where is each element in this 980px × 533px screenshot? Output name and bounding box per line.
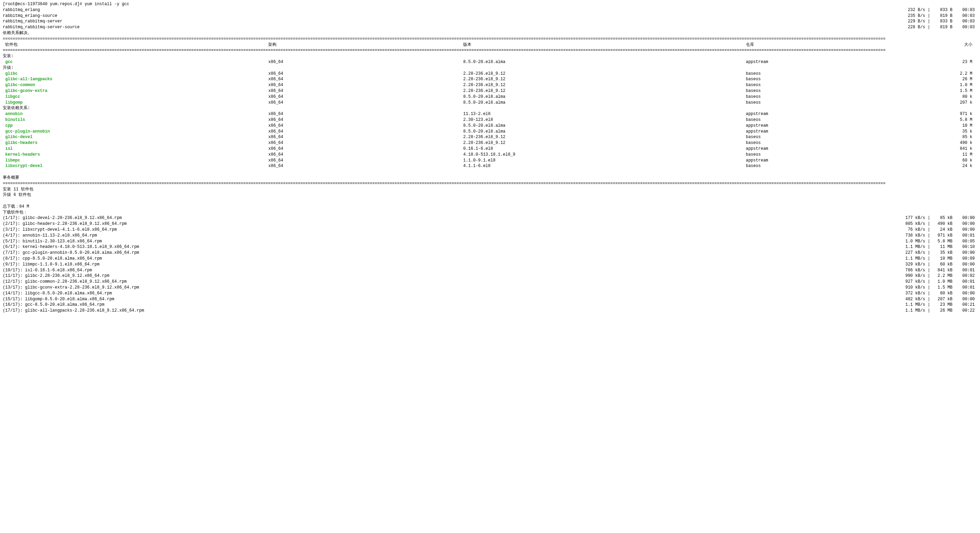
repo-refresh-row: rabbitmq_rabbitmq-server229 B/s|833 B00:…	[3, 19, 977, 24]
package-version: 4.1.1-6.el8	[463, 163, 746, 169]
package-repo: baseos	[746, 100, 892, 106]
package-repo: appstream	[746, 158, 892, 164]
download-size: 841 kB	[932, 267, 953, 274]
package-name: libgcc	[3, 94, 268, 100]
package-size: 10 M	[892, 123, 977, 129]
download-stats: 227 kB/s|35 kB00:00	[900, 250, 977, 256]
package-name: annobin	[3, 111, 268, 117]
package-name: binutils	[3, 117, 268, 123]
download-speed: 927 kB/s	[900, 279, 925, 285]
package-row: libgompx86_648.5.0-20.el8.almabaseos207 …	[3, 100, 977, 106]
download-speed: 76 kB/s	[900, 227, 925, 233]
download-size: 971 kB	[932, 233, 953, 239]
download-row: (14/17): libgcc-8.5.0-20.el8.alma.x86_64…	[3, 291, 977, 296]
download-file: (1/17): glibc-devel-2.28-236.el8_9.12.x8…	[3, 215, 900, 221]
package-size: 2.2 M	[892, 71, 977, 77]
package-size: 80 k	[892, 94, 977, 100]
download-file: (13/17): glibc-gconv-extra-2.28-236.el8_…	[3, 285, 900, 291]
download-size: 207 kB	[932, 296, 953, 302]
package-size: 1.0 M	[892, 82, 977, 88]
download-time: 00:00	[963, 221, 977, 227]
download-speed: 227 kB/s	[900, 250, 925, 256]
download-speed: 1.0 MB/s	[900, 239, 925, 245]
package-row: kernel-headersx86_644.18.0-513.18.1.el8_…	[3, 152, 977, 158]
package-arch: x86_64	[268, 94, 463, 100]
deps-resolved-label: 依赖关系解决。	[3, 30, 977, 36]
package-arch: x86_64	[268, 140, 463, 146]
download-row: (6/17): kernel-headers-4.18.0-513.18.1.e…	[3, 244, 977, 250]
download-row: (9/17): libmpc-1.1.0-9.1.el8.x86_64.rpm3…	[3, 262, 977, 267]
download-size: 5.8 MB	[932, 239, 953, 245]
summary-install: 安装 11 软件包	[3, 187, 977, 193]
download-file: (5/17): binutils-2.30-123.el8.x86_64.rpm	[3, 239, 900, 245]
download-size: 24 kB	[932, 227, 953, 233]
package-name: kernel-headers	[3, 152, 268, 158]
package-repo: baseos	[746, 82, 892, 88]
download-size: 60 kB	[932, 262, 953, 267]
package-version: 0.16.1-6.el8	[463, 146, 746, 152]
package-row: glibc-commonx86_642.28-236.el8_9.12baseo…	[3, 82, 977, 88]
download-stats: 1.1 MB/s|26 MB00:22	[900, 308, 977, 313]
download-stats: 232 B/s|833 B00:03	[900, 7, 977, 13]
package-size: 35 k	[892, 129, 977, 135]
download-speed: 232 B/s	[900, 7, 925, 13]
download-time: 00:09	[963, 256, 977, 262]
package-repo: appstream	[746, 111, 892, 117]
download-speed: 1.1 MB/s	[900, 256, 925, 262]
package-name: cpp	[3, 123, 268, 129]
package-version: 8.5.0-20.el8.alma	[463, 59, 746, 65]
download-file: (7/17): gcc-plugin-annobin-8.5.0-20.el8.…	[3, 250, 900, 256]
package-arch: x86_64	[268, 134, 463, 140]
download-size: 819 B	[932, 24, 953, 30]
download-row: (10/17): isl-0.16.1-6.el8.x86_64.rpm786 …	[3, 267, 977, 274]
repo-refresh-row: rabbitmq_rabbitmq-server-source228 B/s|8…	[3, 24, 977, 30]
package-size: 23 M	[892, 59, 977, 65]
download-stats: 927 kB/s|1.0 MB00:01	[900, 279, 977, 285]
download-file: (14/17): libgcc-8.5.0-20.el8.alma.x86_64…	[3, 291, 900, 296]
package-arch: x86_64	[268, 152, 463, 158]
download-stats: 76 kB/s|24 kB00:00	[900, 227, 977, 233]
package-version: 8.5.0-20.el8.alma	[463, 100, 746, 106]
divider	[3, 48, 977, 53]
package-repo: appstream	[746, 129, 892, 135]
package-name: gcc-plugin-annobin	[3, 129, 268, 135]
download-row: (15/17): libgomp-8.5.0-20.el8.alma.x86_6…	[3, 296, 977, 302]
package-repo: baseos	[746, 94, 892, 100]
download-stats: 329 kB/s|60 kB00:00	[900, 262, 977, 267]
package-row: libgccx86_648.5.0-20.el8.almabaseos80 k	[3, 94, 977, 100]
download-row: (12/17): glibc-common-2.28-236.el8_9.12.…	[3, 279, 977, 285]
package-size: 26 M	[892, 76, 977, 82]
download-time: 00:10	[963, 244, 977, 250]
download-size: 11 MB	[932, 244, 953, 250]
download-time: 00:02	[963, 273, 977, 279]
summary-upgrade: 升级 6 软件包	[3, 192, 977, 198]
section-upgrade-label: 升级:	[3, 65, 977, 71]
package-row: glibcx86_642.28-236.el8_9.12baseos2.2 M	[3, 71, 977, 77]
download-size: 833 B	[932, 7, 953, 13]
download-row: (11/17): glibc-2.28-236.el8_9.12.x86_64.…	[3, 273, 977, 279]
repo-refresh-row: rabbitmq_erlang232 B/s|833 B00:03	[3, 7, 977, 13]
download-stats: 805 kB/s|490 kB00:00	[900, 221, 977, 227]
package-repo: appstream	[746, 146, 892, 152]
package-size: 207 k	[892, 100, 977, 106]
package-repo: baseos	[746, 140, 892, 146]
download-time: 00:00	[963, 262, 977, 267]
download-size: 35 kB	[932, 250, 953, 256]
download-time: 00:03	[963, 13, 977, 19]
download-time: 00:03	[963, 19, 977, 24]
repo-name: rabbitmq_erlang-source	[3, 13, 900, 19]
package-name: libgomp	[3, 100, 268, 106]
download-stats: 990 kB/s|2.2 MB00:02	[900, 273, 977, 279]
download-file: (10/17): isl-0.16.1-6.el8.x86_64.rpm	[3, 267, 900, 274]
download-time: 00:03	[963, 24, 977, 30]
package-arch: x86_64	[268, 158, 463, 164]
download-time: 00:03	[963, 7, 977, 13]
download-file: (4/17): annobin-11.13-2.el8.x86_64.rpm	[3, 233, 900, 239]
download-size: 490 kB	[932, 221, 953, 227]
download-stats: 910 kB/s|1.5 MB00:01	[900, 285, 977, 291]
download-row: (13/17): glibc-gconv-extra-2.28-236.el8_…	[3, 285, 977, 291]
package-size: 971 k	[892, 111, 977, 117]
package-size: 490 k	[892, 140, 977, 146]
package-arch: x86_64	[268, 88, 463, 94]
download-file: (16/17): gcc-8.5.0-20.el8.alma.x86_64.rp…	[3, 302, 900, 308]
